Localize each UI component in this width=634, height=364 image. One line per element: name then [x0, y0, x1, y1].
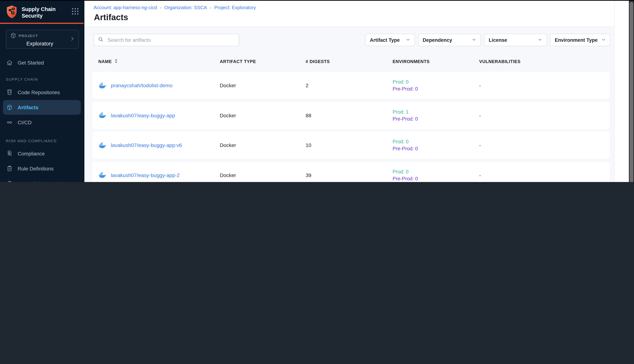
sidebar-item-artifacts[interactable]: Artifacts	[3, 100, 81, 115]
content-panel: Artifact TypeDependencyLicenseEnvironmen…	[84, 27, 614, 182]
docker-icon	[98, 111, 106, 120]
artifact-name-cell: lavakush07/easy-buggy-app	[98, 111, 220, 120]
artifact-name-link[interactable]: lavakush07/easy-buggy-app:v6	[111, 142, 182, 148]
artifact-type-cell: Docker	[220, 142, 306, 148]
prod-env-link[interactable]: Prod: 0	[393, 78, 479, 86]
artifact-name-cell: pranaycshah/todolist-demo	[98, 81, 220, 90]
filter-bar: Artifact TypeDependencyLicenseEnvironmen…	[365, 34, 610, 46]
prod-env-link[interactable]: Prod: 1	[393, 108, 479, 115]
artifact-type-cell: Docker	[220, 112, 306, 118]
filter-dependency[interactable]: Dependency	[418, 34, 481, 46]
table-row[interactable]: lavakush07/easy-buggy-app-2Docker39Prod:…	[93, 162, 610, 182]
vulnerabilities-cell: -	[479, 112, 604, 118]
home-icon	[6, 59, 13, 66]
sidebar-item-rule-definitions[interactable]: Rule Definitions	[0, 162, 84, 175]
project-selector-label: PROJECT	[19, 34, 38, 38]
project-selector-value: Exploratory	[10, 40, 70, 46]
artifact-name-link[interactable]: lavakush07/easy-buggy-app-2	[111, 172, 180, 178]
clipboard-check-icon	[6, 165, 13, 172]
docker-icon	[98, 81, 106, 90]
sidebar-item-label: Code Repositories	[18, 90, 60, 95]
sidebar-item-ci-cd[interactable]: CI/CD	[0, 116, 84, 129]
filter-label: Dependency	[423, 37, 452, 43]
project-selector[interactable]: PROJECT Exploratory	[6, 30, 79, 49]
artifact-name-cell: lavakush07/easy-buggy-app:v6	[98, 141, 220, 150]
filter-license[interactable]: License	[484, 34, 547, 46]
column-header--digests: # DIGESTS	[306, 59, 393, 64]
column-header-environments: ENVIRONMENTS	[393, 59, 479, 64]
preprod-env-link[interactable]: Pre-Prod: 0	[393, 145, 479, 152]
prod-env-link[interactable]: Prod: 0	[393, 168, 479, 175]
prod-env-link[interactable]: Prod: 0	[393, 138, 479, 145]
infinity-icon	[6, 119, 13, 126]
column-header-vulnerabilities: VULNERABILITIES	[479, 59, 604, 64]
chevron-down-icon	[538, 37, 542, 43]
product-title: Supply Chain Security	[22, 6, 63, 19]
sidebar-nav: Get StartedSUPPLY CHAINCode Repositories…	[0, 49, 84, 182]
column-header-label: # DIGESTS	[306, 59, 330, 64]
preprod-env-link[interactable]: Pre-Prod: 0	[393, 175, 479, 182]
artifact-name-link[interactable]: pranaycshah/todolist-demo	[111, 82, 172, 88]
chevron-down-icon	[472, 37, 476, 43]
sidebar-item-label: Rule Definitions	[18, 166, 54, 172]
sidebar-item-label: Get Started	[18, 60, 44, 66]
artifact-name-link[interactable]: lavakush07/easy-buggy-app	[111, 112, 175, 118]
environments-cell: Prod: 0Pre-Prod: 0	[393, 138, 479, 152]
breadcrumb-link[interactable]: Project: Exploratory	[214, 5, 256, 10]
sidebar-item-remediation-tracker[interactable]: Remediation Tracker	[0, 178, 84, 182]
preprod-env-link[interactable]: Pre-Prod: 0	[393, 86, 479, 92]
environments-cell: Prod: 0Pre-Prod: 0	[393, 78, 479, 92]
breadcrumb-link[interactable]: Organization: SSCA	[164, 5, 207, 10]
sidebar-item-code-repositories[interactable]: Code Repositories	[0, 86, 84, 98]
table-row[interactable]: lavakush07/easy-buggy-appDocker88Prod: 1…	[93, 102, 610, 129]
window-top-edge	[0, 0, 634, 1]
docker-icon	[98, 141, 106, 150]
breadcrumb-separator: ›	[210, 5, 211, 10]
artifact-type-cell: Docker	[220, 82, 306, 88]
sidebar-item-get-started[interactable]: Get Started	[0, 56, 84, 69]
sidebar-item-label: Artifacts	[18, 104, 39, 110]
docker-icon	[98, 171, 106, 179]
table-row[interactable]: pranaycshah/todolist-demoDocker2Prod: 0P…	[93, 72, 610, 99]
search-box	[94, 34, 239, 46]
sort-icon	[114, 59, 118, 64]
table-row[interactable]: lavakush07/easy-buggy-app:v6Docker10Prod…	[93, 132, 610, 159]
vulnerabilities-cell: -	[479, 82, 604, 88]
vulnerabilities-cell: -	[479, 172, 604, 178]
sidebar: Supply Chain Security PROJECT Explorator…	[0, 0, 84, 182]
column-header-label: ARTIFACT TYPE	[220, 59, 256, 64]
app-window: Supply Chain Security PROJECT Explorator…	[0, 0, 634, 182]
shield-network-icon	[6, 5, 18, 20]
artifact-type-cell: Docker	[220, 172, 306, 178]
nav-section-heading: SUPPLY CHAIN	[0, 76, 84, 82]
column-header-name[interactable]: NAME	[98, 59, 220, 64]
filter-label: Environment Type	[555, 37, 598, 43]
breadcrumb-link[interactable]: Account: app-harness-ng-cicd	[94, 5, 157, 10]
app-grid-icon[interactable]	[71, 7, 79, 16]
preprod-env-link[interactable]: Pre-Prod: 0	[393, 115, 479, 122]
breadcrumb: Account: app-harness-ng-cicd›Organizatio…	[94, 5, 256, 10]
scrollbar-track[interactable]	[629, 0, 634, 182]
vulnerabilities-cell: -	[479, 142, 604, 148]
document-search-icon	[6, 150, 13, 157]
filter-artifact-type[interactable]: Artifact Type	[365, 34, 415, 46]
column-header-label: ENVIRONMENTS	[393, 59, 430, 64]
accent-divider	[0, 23, 84, 24]
filter-environment-type[interactable]: Environment Type	[550, 34, 610, 46]
search-icon	[98, 36, 104, 44]
chevron-down-icon	[406, 37, 410, 43]
filter-label: Artifact Type	[370, 37, 400, 43]
search-input[interactable]	[107, 37, 235, 43]
sidebar-item-label: CI/CD	[18, 120, 32, 125]
cube-icon	[6, 104, 13, 111]
page-title: Artifacts	[94, 12, 128, 22]
nav-section-heading: RISK AND COMPLIANCE	[0, 138, 84, 144]
sidebar-item-compliance[interactable]: Compliance	[0, 147, 84, 160]
column-header-label: NAME	[98, 59, 112, 64]
digests-cell: 10	[306, 142, 393, 148]
chevron-right-icon	[70, 36, 75, 42]
code-repo-icon	[6, 89, 13, 96]
scrollbar-thumb[interactable]	[629, 2, 633, 182]
page-header: Account: app-harness-ng-cicd›Organizatio…	[84, 0, 614, 27]
column-header-label: VULNERABILITIES	[479, 59, 521, 64]
